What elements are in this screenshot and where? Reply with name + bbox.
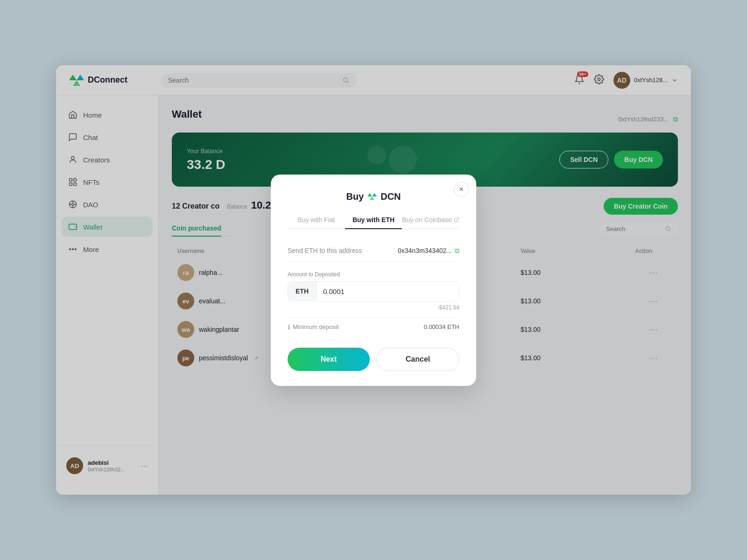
svg-marker-23	[367, 193, 372, 197]
cancel-button[interactable]: Cancel	[376, 348, 459, 371]
svg-marker-24	[372, 193, 377, 197]
eth-address-value: 0x34n3m343402...	[398, 247, 452, 254]
amount-usd-display: -$421.64	[288, 304, 459, 311]
svg-line-26	[456, 217, 459, 220]
modal-tabs: Buy with Fiat Buy with ETH Buy on Coinba…	[288, 211, 459, 229]
modal-logo-icon	[367, 193, 377, 200]
min-deposit-value: 0.00034 ETH	[423, 323, 459, 330]
modal-overlay: × Buy DCN Buy with Fiat Buy with ETH Buy…	[56, 65, 691, 495]
svg-marker-25	[370, 196, 374, 200]
currency-label: ETH	[288, 282, 317, 301]
tab-buy-coinbase[interactable]: Buy on Coinbase	[402, 211, 459, 229]
amount-input[interactable]	[317, 282, 459, 301]
close-icon: ×	[459, 185, 463, 194]
modal-close-button[interactable]: ×	[454, 182, 469, 197]
info-icon: ℹ	[288, 323, 290, 331]
modal-title: Buy DCN	[288, 191, 459, 202]
tab-buy-eth[interactable]: Buy with ETH	[345, 211, 402, 229]
buy-dcn-modal: × Buy DCN Buy with Fiat Buy with ETH Buy…	[271, 175, 476, 386]
buy-label: Buy	[346, 191, 364, 202]
coin-name-label: DCN	[381, 191, 401, 202]
coinbase-tab-label: Buy on Coinbase	[402, 216, 452, 224]
eth-address-row: Send ETH to this address 0x34n3m343402..…	[288, 240, 459, 262]
modal-footer: Next Cancel	[288, 348, 459, 371]
amount-input-wrap: ETH	[288, 281, 459, 301]
min-deposit-row: ℹ Minimum deposit 0.00034 ETH	[288, 317, 459, 336]
deposit-label: Amount to Deposited	[288, 271, 459, 278]
min-deposit-label: Minimum deposit	[293, 323, 338, 330]
app-window: DConnect 99+ AD 0xtYsh128...	[56, 65, 691, 495]
external-link-icon	[454, 217, 459, 223]
min-deposit-label-area: ℹ Minimum deposit	[288, 323, 338, 331]
next-button[interactable]: Next	[288, 348, 370, 371]
eth-send-label: Send ETH to this address	[288, 247, 362, 254]
tab-buy-fiat[interactable]: Buy with Fiat	[288, 211, 345, 229]
eth-copy-icon[interactable]: ⧉	[455, 247, 459, 255]
